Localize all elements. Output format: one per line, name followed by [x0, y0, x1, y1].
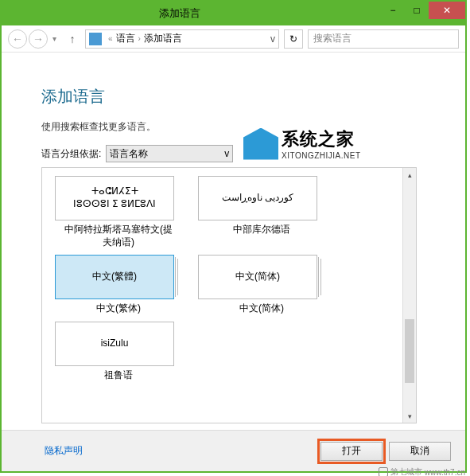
maximize-button[interactable]: □ — [405, 2, 429, 19]
search-placeholder: 搜索语言 — [313, 32, 352, 45]
watermark-site2-url: www.th7.cn — [425, 468, 465, 477]
language-label: 中文(繁体) — [55, 302, 182, 315]
back-button[interactable]: ← — [8, 29, 27, 49]
chevron-down-icon: v — [224, 148, 229, 159]
language-tile[interactable]: کوردیی ناوەڕاست中部库尔德语 — [198, 176, 325, 248]
location-icon — [89, 33, 102, 45]
page-title: 添加语言 — [41, 86, 433, 107]
language-label: 中文(简体) — [198, 302, 325, 315]
cancel-button[interactable]: 取消 — [389, 442, 451, 461]
window-controls: − □ ✕ — [381, 2, 465, 19]
watermark-site2: 第七城市 — [390, 466, 422, 476]
close-button[interactable]: ✕ — [429, 2, 465, 19]
language-tile[interactable]: 中文(繁體)中文(繁体) — [55, 255, 182, 315]
breadcrumb-item[interactable]: 语言 — [116, 32, 135, 45]
language-label: 中阿特拉斯塔马塞特文(提夫纳语) — [55, 224, 182, 248]
refresh-button[interactable]: ↻ — [284, 29, 303, 49]
language-card[interactable]: 中文(繁體) — [55, 255, 174, 299]
breadcrumb-item[interactable]: 添加语言 — [144, 32, 182, 45]
chevron-down-icon[interactable]: v — [270, 33, 275, 45]
window: 添加语言 − □ ✕ ← → ▾ ↑ « 语言 › 添加语言 v ↻ 搜索语言 … — [0, 0, 467, 473]
language-grid: ⵜⴰⵛⵍⵃⵉⵜⵏⵓⵙⵙⵓⵏ ⵉ ⵓⵍⵎⵓⴷⵏ中阿特拉斯塔马塞特文(提夫纳语)کو… — [42, 168, 402, 423]
language-native: 中文(繁體) — [92, 271, 137, 283]
language-label: 祖鲁语 — [55, 369, 182, 382]
language-native: isiZulu — [101, 337, 129, 350]
open-button[interactable]: 打开 — [320, 442, 383, 461]
group-by-value: 语言名称 — [110, 147, 148, 161]
watermark-footer: 第七城市 www.th7.cn — [379, 466, 465, 476]
house-icon — [243, 128, 278, 160]
square-icon — [379, 467, 388, 476]
language-tile[interactable]: ⵜⴰⵛⵍⵃⵉⵜⵏⵓⵙⵙⵓⵏ ⵉ ⵓⵍⵎⵓⴷⵏ中阿特拉斯塔马塞特文(提夫纳语) — [55, 176, 182, 248]
scrollbar[interactable]: ▴ ▾ — [402, 168, 416, 423]
breadcrumb-sep: « — [108, 34, 113, 43]
watermark-text-cn: 系统之家 — [282, 127, 361, 151]
watermark-text-en: XITONGZHIJIA.NET — [282, 151, 361, 160]
scroll-down-button[interactable]: ▾ — [403, 409, 416, 423]
breadcrumb[interactable]: « 语言 › 添加语言 v — [85, 29, 279, 49]
up-button[interactable]: ↑ — [63, 29, 82, 49]
group-by-row: 语言分组依据: 语言名称 v — [41, 145, 433, 162]
breadcrumb-sep: › — [138, 34, 141, 43]
language-native: ⵏⵓⵙⵙⵓⵏ ⵉ ⵓⵍⵎⵓⴷⵏ — [73, 198, 157, 211]
group-by-label: 语言分组依据: — [41, 147, 101, 161]
minimize-button[interactable]: − — [381, 2, 405, 19]
language-tile[interactable]: isiZulu祖鲁语 — [55, 322, 182, 382]
watermark-sitelogo: 系统之家 XITONGZHIJIA.NET — [243, 127, 361, 160]
language-card[interactable]: ⵜⴰⵛⵍⵃⵉⵜⵏⵓⵙⵙⵓⵏ ⵉ ⵓⵍⵎⵓⴷⵏ — [55, 176, 174, 220]
language-tile[interactable]: 中文(简体)中文(简体) — [198, 255, 325, 315]
scroll-thumb[interactable] — [405, 319, 414, 383]
language-native: ⵜⴰⵛⵍⵃⵉⵜ — [91, 185, 138, 198]
language-card[interactable]: isiZulu — [55, 322, 174, 366]
language-native: کوردیی ناوەڕاست — [222, 192, 293, 205]
titlebar[interactable]: 添加语言 − □ ✕ — [2, 2, 465, 25]
footer: 隐私声明 打开 取消 — [2, 430, 465, 471]
language-native: 中文(简体) — [235, 271, 280, 283]
page-subtitle: 使用搜索框查找更多语言。 — [41, 120, 433, 134]
privacy-link[interactable]: 隐私声明 — [45, 444, 83, 458]
content: 添加语言 使用搜索框查找更多语言。 语言分组依据: 语言名称 v ⵜⴰⵛⵍⵃⵉⵜ… — [2, 53, 465, 431]
language-card[interactable]: کوردیی ناوەڕاست — [198, 176, 317, 220]
window-title: 添加语言 — [8, 6, 200, 21]
language-list-pane: ⵜⴰⵛⵍⵃⵉⵜⵏⵓⵙⵙⵓⵏ ⵉ ⵓⵍⵎⵓⴷⵏ中阿特拉斯塔马塞特文(提夫纳语)کو… — [41, 167, 417, 423]
forward-button[interactable]: → — [29, 29, 48, 49]
language-card[interactable]: 中文(简体) — [198, 255, 317, 299]
navbar: ← → ▾ ↑ « 语言 › 添加语言 v ↻ 搜索语言 — [2, 25, 465, 53]
group-by-select[interactable]: 语言名称 v — [106, 145, 233, 162]
history-chevron-icon[interactable]: ▾ — [52, 34, 56, 43]
language-label: 中部库尔德语 — [198, 224, 325, 236]
scroll-up-button[interactable]: ▴ — [403, 168, 416, 181]
search-input[interactable]: 搜索语言 — [308, 29, 459, 49]
